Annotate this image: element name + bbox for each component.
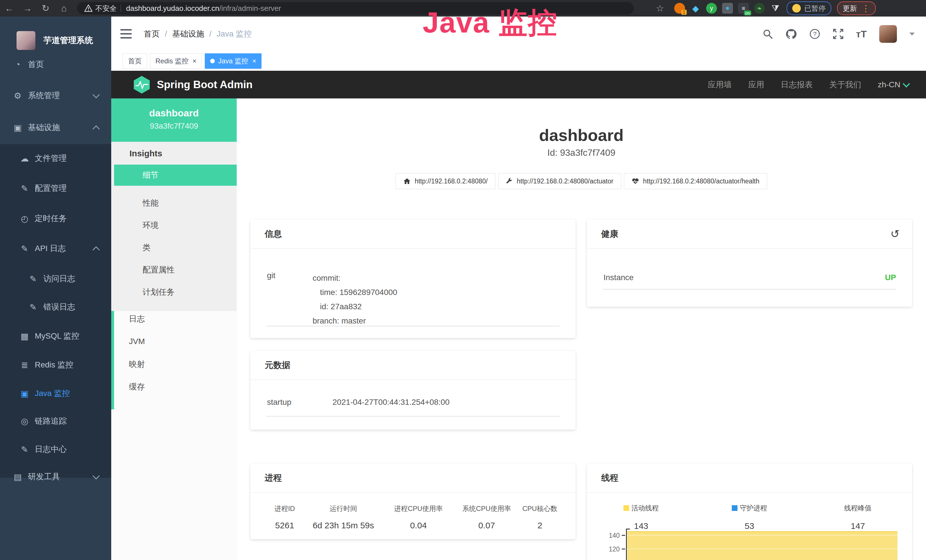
sba-nav-applications[interactable]: 应用 xyxy=(748,79,764,90)
emoji-face-icon xyxy=(792,4,801,12)
svg-text:?: ? xyxy=(813,30,816,38)
breadcrumb-current: Java 监控 xyxy=(217,29,252,39)
sidebar-item-java-monitor[interactable]: ▣ Java 监控 xyxy=(0,383,111,404)
endpoint-health-link[interactable]: http://192.168.0.2:48080/actuator/health xyxy=(624,173,767,189)
sba-item-logs[interactable]: 日志 xyxy=(114,309,237,330)
thread-area-chart xyxy=(627,531,897,560)
startup-key: startup xyxy=(267,398,333,407)
search-icon[interactable] xyxy=(763,29,773,39)
process-card-header: 进程 xyxy=(250,463,575,493)
endpoint-url: http://192.168.0.2:48080/actuator xyxy=(517,177,613,185)
extension-icon-grid[interactable] xyxy=(722,3,733,14)
paused-badge[interactable]: 已暂停 xyxy=(787,2,831,15)
startup-value: 2021-04-27T00:44:31.254+08:00 xyxy=(333,398,449,407)
avatar-caret-icon[interactable] xyxy=(909,33,915,36)
puzzle-extensions-icon[interactable]: ⧩ xyxy=(770,3,781,14)
endpoint-actuator-link[interactable]: http://192.168.0.2:48080/actuator xyxy=(498,173,621,189)
row-divider xyxy=(266,326,560,326)
sidebar-item-system[interactable]: ⚙ 系统管理 xyxy=(0,85,111,106)
threads-legend: 活动线程 守护进程 线程峰值 xyxy=(587,504,912,513)
sba-main: dashboard Id: 93a3fc7f7409 http://192.16… xyxy=(237,98,926,560)
sidebar-item-home[interactable]: ◔ 首页 xyxy=(0,54,111,75)
breadcrumb-infra[interactable]: 基础设施 xyxy=(172,29,204,39)
sidebar-item-label: Redis 监控 xyxy=(35,359,73,370)
startup-row: startup 2021-04-27T00:44:31.254+08:00 xyxy=(267,398,575,407)
instance-row[interactable]: Instance UP xyxy=(604,273,896,282)
extension-icon-y[interactable]: y xyxy=(706,3,717,14)
sba-item-metrics[interactable]: 性能 xyxy=(114,192,237,214)
cloud-upload-icon: ☁ xyxy=(18,153,31,163)
sba-instance-header[interactable]: dashboard 93a3fc7f7409 xyxy=(111,98,237,142)
app-title: 芋道管理系统 xyxy=(43,35,93,46)
avatar[interactable] xyxy=(879,25,897,43)
github-icon[interactable] xyxy=(785,29,797,39)
sba-item-caches[interactable]: 缓存 xyxy=(114,376,237,397)
home-icon[interactable]: ⌂ xyxy=(55,3,73,14)
insights-group-label: Insights xyxy=(130,148,162,158)
update-button[interactable]: 更新 ⋮ xyxy=(837,2,876,15)
extension-icon-orange[interactable]: 1 xyxy=(674,3,685,14)
sidebar-item-dev-tools[interactable]: ▤ 研发工具 xyxy=(0,466,111,487)
sidebar-item-redis-monitor[interactable]: ≣ Redis 监控 xyxy=(0,354,111,375)
sidebar-item-error-log[interactable]: ✎ 错误日志 xyxy=(0,297,111,317)
help-icon[interactable]: ? xyxy=(809,29,820,39)
tab-java-monitor[interactable]: Java 监控 × xyxy=(205,53,262,69)
reload-icon[interactable]: ↻ xyxy=(36,3,55,14)
sidebar-item-config-mgmt[interactable]: ✎ 配置管理 xyxy=(0,178,111,198)
process-card-title: 进程 xyxy=(265,472,282,484)
font-size-icon[interactable]: тT xyxy=(856,29,867,40)
ytick-dash xyxy=(622,535,625,536)
omnibox-divider xyxy=(121,5,121,12)
sba-item-mappings[interactable]: 映射 xyxy=(114,354,237,375)
endpoint-home-link[interactable]: http://192.168.0.2:48080/ xyxy=(396,173,495,189)
sidebar-item-scheduled-jobs[interactable]: ◴ 定时任务 xyxy=(0,208,111,229)
sidebar-item-label: 基础设施 xyxy=(28,122,60,133)
extension-badge: 1 xyxy=(681,10,687,15)
sidebar-item-tracing[interactable]: ◎ 链路追踪 xyxy=(0,411,111,431)
forward-icon[interactable]: → xyxy=(18,3,36,14)
sidebar-item-api-log[interactable]: ✎ API 日志 xyxy=(0,238,111,259)
info-card: 信息 git commit: time: 1596289704000 id: 2… xyxy=(250,219,575,338)
sidebar-item-infra[interactable]: ▣ 基础设施 xyxy=(0,117,111,138)
legend-live: 活动线程 xyxy=(587,504,695,513)
redis-layers-icon: ≣ xyxy=(18,360,31,370)
close-icon[interactable]: × xyxy=(192,57,197,65)
breadcrumb-home[interactable]: 首页 xyxy=(144,29,160,39)
extension-icon-leaf[interactable]: ❧ xyxy=(754,3,765,14)
instance-id-line: Id: 93a3fc7f7409 xyxy=(237,147,926,158)
sba-item-scheduled-tasks[interactable]: 计划任务 xyxy=(114,282,237,303)
back-icon[interactable]: ← xyxy=(0,3,18,14)
extension-icon-tabs[interactable]: on≡ xyxy=(738,3,749,14)
sba-nav-about[interactable]: 关于我们 xyxy=(829,79,861,90)
bookmark-star-icon[interactable]: ☆ xyxy=(651,3,669,14)
legend-daemon: 守护进程 xyxy=(695,504,803,513)
sba-item-jvm[interactable]: JVM xyxy=(114,331,237,352)
fullscreen-icon[interactable] xyxy=(833,29,844,39)
extension-icon-pin[interactable]: ◆ xyxy=(690,3,701,14)
tab-redis-monitor[interactable]: Redis 监控 × xyxy=(150,53,202,69)
sidebar-item-file-mgmt[interactable]: ☁ 文件管理 xyxy=(0,148,111,169)
chrome-menu-icon[interactable]: ⋮ xyxy=(861,3,870,14)
endpoint-links: http://192.168.0.2:48080/ http://192.168… xyxy=(237,173,926,189)
sba-locale-select[interactable]: zh-CN xyxy=(878,80,909,89)
sba-brand[interactable]: Spring Boot Admin xyxy=(133,75,253,94)
sidebar-item-mysql-monitor[interactable]: ▦ MySQL 监控 xyxy=(0,326,111,346)
ytick-120: 120 xyxy=(602,545,620,553)
sba-sidebar: dashboard 93a3fc7f7409 Insights 细节 性能 环境… xyxy=(111,98,237,560)
sba-locale-label: zh-CN xyxy=(878,80,900,89)
status-badge: UP xyxy=(885,273,896,282)
sba-nav-wallboard[interactable]: 应用墙 xyxy=(708,79,732,90)
tab-home[interactable]: 首页 xyxy=(123,53,147,69)
sba-item-label: JVM xyxy=(129,337,145,346)
threads-card: 线程 活动线程 守护进程 线程峰值 143 53 147 140 120 100 xyxy=(587,463,912,560)
sba-item-environment[interactable]: 环境 xyxy=(114,215,237,236)
sba-nav-journal[interactable]: 日志报表 xyxy=(781,79,813,90)
hamburger-icon[interactable] xyxy=(120,29,132,39)
sba-item-details[interactable]: 细节 xyxy=(114,165,237,186)
sba-item-config-props[interactable]: 配置属性 xyxy=(114,259,237,280)
close-icon[interactable]: × xyxy=(252,57,256,65)
sba-item-classes[interactable]: 类 xyxy=(114,237,237,258)
sidebar-item-log-center[interactable]: ✎ 日志中心 xyxy=(0,439,111,460)
history-icon[interactable]: ↺ xyxy=(890,228,899,240)
sidebar-item-access-log[interactable]: ✎ 访问日志 xyxy=(0,268,111,289)
